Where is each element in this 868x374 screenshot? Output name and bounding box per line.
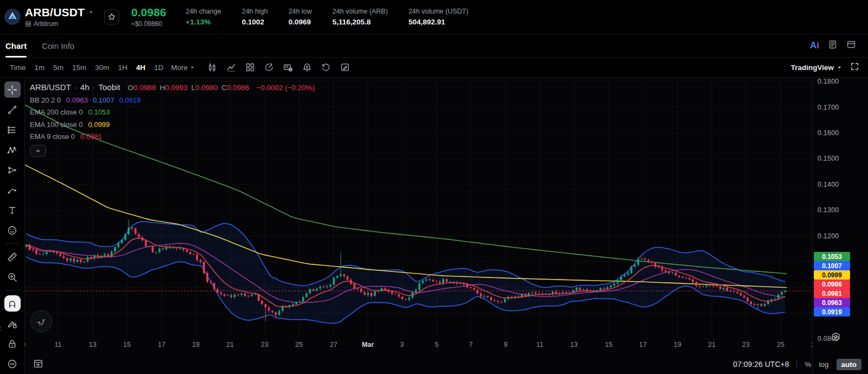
legend-title[interactable]: ARB/USDT·4h·Toobit O0.0988H0.0993L0.0980… <box>30 83 315 92</box>
indicator-row-ema-100-close-0[interactable]: EMA 100 close 00.0999 <box>30 121 315 129</box>
interval-1d[interactable]: 1D <box>150 62 168 73</box>
chevron-up-icon <box>35 148 41 154</box>
x-tick-15-17: 15 <box>605 341 612 348</box>
stat-label: 24h change <box>186 8 221 15</box>
market-stats: 24h change +1.13%24h high 0.100224h low … <box>186 8 468 26</box>
gauge-button[interactable] <box>263 61 275 73</box>
tradingview-watermark[interactable] <box>30 310 52 332</box>
tab-chart[interactable]: Chart <box>5 34 27 57</box>
log-scale-button[interactable]: log <box>819 360 828 369</box>
more-intervals-button[interactable]: More <box>168 62 199 73</box>
price-block: 0.0986 ≈$0.09860 <box>131 6 166 28</box>
brush-icon <box>7 185 17 195</box>
panel-layout-button[interactable] <box>846 40 856 52</box>
indicator-value: 0.0999 <box>88 121 110 129</box>
tool-trend-line[interactable] <box>4 102 21 118</box>
indicators-grid-button[interactable] <box>244 61 256 73</box>
collapse-drawing-panel[interactable] <box>0 325 3 334</box>
interval-15m[interactable]: 15m <box>68 62 91 73</box>
stat-24h-low: 24h low 0.0969 <box>289 8 312 26</box>
x-tick-25-8: 25 <box>295 341 303 348</box>
legend-collapse-button[interactable] <box>30 145 46 157</box>
price-alert-button[interactable] <box>301 61 313 73</box>
y-tick-0.1300: 0.1300 <box>818 206 839 214</box>
indicator-row-bb-20-2-0[interactable]: BB 20 2 00.09630.10070.0919 <box>30 96 315 104</box>
candle-style-icon <box>207 62 217 72</box>
trading-app: ARB/USDT Arbitrum 0.0986 ≈$0.09 <box>0 0 868 374</box>
indicator-row-ema-9-close-0[interactable]: EMA 9 close 00.0981 <box>30 132 315 141</box>
line-chart-style-button[interactable] <box>225 61 237 73</box>
price-axis[interactable]: 0.18000.17000.16000.15000.14000.13000.12… <box>812 78 868 374</box>
chevron-left-icon <box>0 325 3 332</box>
auto-scale-button[interactable]: auto <box>837 359 862 370</box>
legend-change: −0.0002 (−0.20%) <box>256 84 315 92</box>
indicator-name: EMA 200 close 0 <box>30 108 83 116</box>
percent-scale-button[interactable]: % <box>805 360 811 369</box>
tool-xabcd-pattern[interactable] <box>4 142 21 158</box>
drawing-lock-icon <box>7 319 17 329</box>
chart-legend: ARB/USDT·4h·Toobit O0.0988H0.0993L0.0980… <box>30 83 315 157</box>
tool-zoom-in[interactable] <box>4 269 21 285</box>
x-tick-11-15: 11 <box>537 341 544 348</box>
tab-coin-info[interactable]: Coin Info <box>42 34 74 57</box>
tradingview-select[interactable]: TradingView <box>791 64 843 72</box>
clock[interactable]: 07:09:26 UTC+8 <box>733 360 789 369</box>
coin-news-button[interactable] <box>828 40 838 52</box>
indicator-value: 0.0919 <box>119 96 141 104</box>
tool-brush[interactable] <box>4 182 21 198</box>
refresh-replay-button[interactable] <box>320 61 332 73</box>
magnet-icon <box>7 299 17 309</box>
price-label-bb-lower: 0.0919 <box>814 307 850 316</box>
favorite-button[interactable] <box>104 9 119 24</box>
x-tick-17-18: 17 <box>639 341 647 348</box>
price-label-ema9: 0.0981 <box>814 289 850 298</box>
symbol-block[interactable]: ARB/USDT Arbitrum <box>4 6 94 28</box>
tool-crosshair[interactable] <box>4 81 21 98</box>
fullscreen-button[interactable] <box>850 62 859 73</box>
chart-status-bar: 07:09:26 UTC+8 % log auto <box>24 353 868 374</box>
tool-fib-retracement[interactable] <box>4 122 21 138</box>
arbitrum-logo-icon <box>4 9 21 25</box>
x-tick-3-11: 3 <box>400 341 404 348</box>
y-tick-0.0800: 0.0800 <box>818 335 839 343</box>
tool-text-tool[interactable] <box>4 202 21 218</box>
interval-1h[interactable]: 1H <box>114 62 132 73</box>
tool-emoji[interactable] <box>4 222 21 238</box>
chart-snapshot-settings-button[interactable] <box>282 61 294 73</box>
stat-value: 0.0969 <box>289 18 312 26</box>
x-tick-27-9: 27 <box>330 341 337 348</box>
time-axis[interactable]: 9111315171921232527Mar357911131517192123… <box>24 337 812 353</box>
last-price: 0.0986 <box>131 6 166 19</box>
ai-assistant-button[interactable]: Ai <box>810 40 819 51</box>
x-tick-11-1: 11 <box>55 341 62 348</box>
tool-ruler[interactable] <box>4 249 21 265</box>
order-edit-button[interactable] <box>339 61 351 73</box>
chart-area: ARB/USDT·4h·Toobit O0.0988H0.0993L0.0980… <box>24 78 868 374</box>
network-badge-icon <box>25 21 31 27</box>
ai-logo-icon: Ai <box>810 40 819 50</box>
indicator-value: 0.1007 <box>93 96 114 104</box>
legend-venue: Toobit <box>99 83 120 92</box>
lock-all-icon <box>7 339 17 349</box>
price-usd: ≈$0.09860 <box>131 20 166 28</box>
toolbar-icon-strip <box>206 61 351 73</box>
tool-hide-all[interactable] <box>4 356 21 372</box>
coin-news-icon <box>828 40 838 49</box>
tool-magnet[interactable] <box>4 295 21 312</box>
interval-1m[interactable]: 1m <box>30 62 49 73</box>
symbol-caret-down-icon[interactable] <box>88 9 94 16</box>
indicator-name: BB 20 2 0 <box>30 96 61 104</box>
stat-value: +1.13% <box>186 18 221 26</box>
interval-5m[interactable]: 5m <box>49 62 68 73</box>
candle-style-button[interactable] <box>206 61 218 73</box>
goto-date-button[interactable] <box>33 358 43 370</box>
tool-projection[interactable] <box>4 162 21 178</box>
x-tick-9-14: 9 <box>504 341 508 348</box>
tool-drawing-lock[interactable] <box>4 315 21 332</box>
indicator-row-ema-200-close-0[interactable]: EMA 200 close 00.1053 <box>30 108 315 116</box>
interval-30m[interactable]: 30m <box>91 62 113 73</box>
chevron-down-icon <box>189 65 195 71</box>
price-label-bb-mid: 0.0963 <box>814 298 850 307</box>
interval-4h[interactable]: 4H <box>132 62 150 73</box>
tool-lock-all[interactable] <box>4 335 21 352</box>
